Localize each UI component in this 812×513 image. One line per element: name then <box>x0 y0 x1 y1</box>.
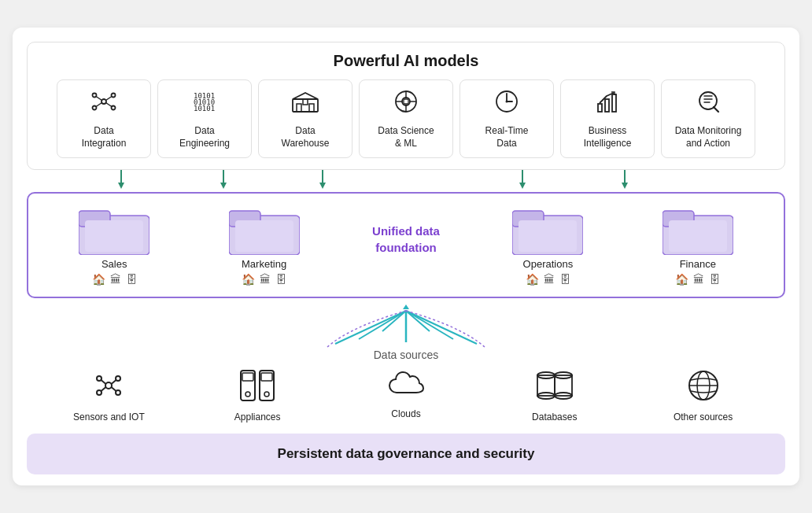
card-data-integration: DataIntegration <box>57 79 151 158</box>
svg-line-71 <box>112 380 116 384</box>
house-icon4: 🏠 <box>675 273 688 286</box>
building-icon: 🏛 <box>110 273 121 286</box>
realtime-icon <box>493 88 520 119</box>
monitoring-icon <box>695 88 722 119</box>
svg-line-31 <box>714 107 718 112</box>
svg-rect-14 <box>309 104 314 112</box>
svg-marker-38 <box>220 183 227 189</box>
governance-box: Persistent data governance and security <box>27 434 785 474</box>
svg-point-4 <box>112 105 116 109</box>
cylinder-icon: 🗄 <box>126 273 137 286</box>
finance-sub-icons: 🏠 🏛 🗄 <box>675 273 720 286</box>
source-sensors-iot: Sensors and IOT <box>65 369 152 423</box>
svg-point-66 <box>97 376 102 381</box>
svg-rect-27 <box>598 104 602 112</box>
svg-rect-15 <box>303 99 308 105</box>
sources-row: Sensors and IOT Appliances <box>27 369 785 423</box>
governance-title: Persistent data governance and security <box>39 446 773 462</box>
svg-text:10101 0: 10101 0 <box>194 105 218 113</box>
domain-sales: Sales 🏠 🏛 🗄 <box>59 205 169 286</box>
source-other: Other sources <box>660 369 747 423</box>
svg-line-6 <box>106 96 113 100</box>
card-realtime-label: Real-TimeData <box>485 125 529 149</box>
svg-point-26 <box>506 100 508 102</box>
svg-marker-42 <box>519 183 526 189</box>
operations-sub-icons: 🏠 🏛 🗄 <box>526 273 570 286</box>
cylinder-icon4: 🗄 <box>709 273 720 286</box>
card-data-science: Data Science& ML <box>359 79 453 158</box>
svg-point-3 <box>93 105 97 109</box>
building-icon3: 🏛 <box>544 273 555 286</box>
marketing-sub-icons: 🏠 🏛 🗄 <box>242 273 286 286</box>
sensors-icon <box>92 369 125 407</box>
svg-point-1 <box>93 93 97 97</box>
svg-marker-64 <box>403 304 409 309</box>
svg-line-7 <box>96 102 102 106</box>
finance-folder-icon <box>663 205 733 255</box>
source-clouds: Clouds <box>363 369 449 419</box>
other-sources-label: Other sources <box>674 412 733 423</box>
card-data-warehouse: DataWarehouse <box>258 79 352 158</box>
card-monitoring: Data Monitoringand Action <box>661 79 755 158</box>
cylinder-icon2: 🗄 <box>275 273 286 286</box>
databases-label: Databases <box>532 412 577 423</box>
domain-operations: Operations 🏠 🏛 🗄 <box>493 205 603 286</box>
operations-label: Operations <box>523 258 574 270</box>
svg-line-5 <box>96 96 102 100</box>
databases-icon <box>534 369 575 407</box>
card-data-integration-label: DataIntegration <box>82 125 127 149</box>
engineering-icon: 10101 0 01010 1 10101 0 <box>191 88 218 119</box>
marketing-folder-icon <box>229 205 300 255</box>
cylinder-icon3: 🗄 <box>559 273 570 286</box>
svg-line-73 <box>112 387 116 391</box>
svg-marker-44 <box>622 183 628 189</box>
svg-rect-75 <box>242 373 253 381</box>
svg-point-76 <box>245 392 250 397</box>
source-appliances: Appliances <box>214 369 301 423</box>
finance-label: Finance <box>680 258 716 270</box>
source-databases: Databases <box>511 369 598 423</box>
domain-finance: Finance 🏠 🏛 🗄 <box>643 205 753 286</box>
svg-point-2 <box>112 93 116 97</box>
card-data-science-label: Data Science& ML <box>378 125 434 149</box>
house-icon: 🏠 <box>92 273 105 286</box>
marketing-label: Marketing <box>242 258 286 270</box>
bi-icon <box>594 88 621 119</box>
svg-point-69 <box>116 390 120 395</box>
sensors-iot-label: Sensors and IOT <box>73 412 145 423</box>
ai-models-title: Powerful AI models <box>35 52 777 70</box>
card-bi: BusinessIntelligence <box>560 79 655 158</box>
main-container: Powerful AI models <box>13 28 799 485</box>
warehouse-icon <box>291 88 319 119</box>
svg-point-67 <box>116 376 120 381</box>
card-data-engineering-label: DataEngineering <box>179 125 230 149</box>
svg-rect-53 <box>519 220 577 252</box>
house-icon2: 🏠 <box>242 273 255 286</box>
svg-line-70 <box>102 380 106 384</box>
svg-marker-36 <box>118 183 124 189</box>
svg-rect-22 <box>404 99 408 104</box>
sales-label: Sales <box>102 258 127 270</box>
domains-row: Sales 🏠 🏛 🗄 Marketing 🏠 🏛 � <box>39 205 773 286</box>
other-sources-icon <box>687 369 720 407</box>
building-icon4: 🏛 <box>693 273 704 286</box>
svg-rect-28 <box>605 99 609 112</box>
card-data-engineering: 10101 0 01010 1 10101 0 DataEngineering <box>157 79 252 158</box>
svg-rect-29 <box>612 94 616 112</box>
clouds-icon <box>388 369 424 404</box>
svg-line-60 <box>335 311 406 344</box>
card-monitoring-label: Data Monitoringand Action <box>675 125 742 149</box>
card-realtime: Real-TimeData <box>460 79 554 158</box>
appliances-label: Appliances <box>234 412 281 423</box>
svg-rect-50 <box>235 220 293 252</box>
appliances-icon <box>238 369 277 407</box>
svg-rect-47 <box>85 220 143 252</box>
ai-cards-row: DataIntegration 10101 0 01010 1 10101 0 … <box>35 79 777 158</box>
connector-arrows <box>74 170 766 192</box>
svg-line-8 <box>106 102 113 106</box>
svg-rect-56 <box>669 220 727 252</box>
connect-area: Data sources <box>27 298 785 369</box>
svg-line-63 <box>406 311 477 344</box>
svg-rect-13 <box>297 104 301 112</box>
science-icon <box>393 88 419 119</box>
